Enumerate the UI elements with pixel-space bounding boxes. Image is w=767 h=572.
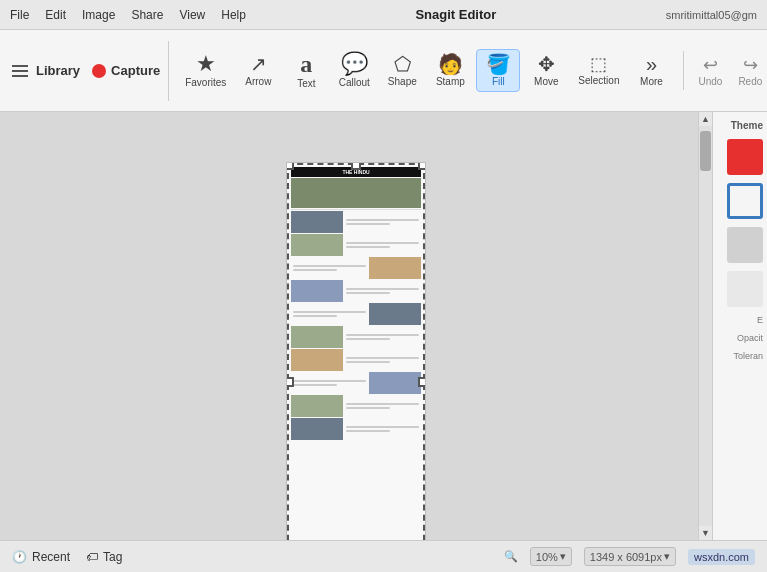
tag-button[interactable]: 🏷 Tag xyxy=(86,550,122,564)
tool-text[interactable]: a Text xyxy=(284,48,328,93)
recent-label: Recent xyxy=(32,550,70,564)
news-lines xyxy=(291,257,368,279)
text-icon: a xyxy=(300,52,312,76)
tool-fill[interactable]: 🪣 Fill xyxy=(476,49,520,92)
news-line xyxy=(346,357,419,359)
news-line xyxy=(346,288,419,290)
news-lines xyxy=(344,234,421,256)
menu-view[interactable]: View xyxy=(179,8,205,22)
favorites-icon: ★ xyxy=(196,53,216,75)
news-lines xyxy=(291,303,368,325)
stamp-label: Stamp xyxy=(436,76,465,87)
news-thumb xyxy=(369,372,421,394)
tool-group: ★ Favorites ↗ Arrow a Text 💬 Callout ⬠ S… xyxy=(179,48,673,93)
more-label: More xyxy=(640,76,663,87)
canvas-area[interactable]: THE HINDU xyxy=(0,112,712,540)
news-lines xyxy=(344,395,421,417)
selection-icon: ⬚ xyxy=(590,55,607,73)
color-swatch-blue[interactable] xyxy=(727,183,763,219)
newspaper-header: THE HINDU xyxy=(291,167,421,177)
redo-icon: ↪ xyxy=(743,54,758,76)
tool-more[interactable]: » More xyxy=(629,50,673,91)
stamp-icon: 🧑 xyxy=(438,54,463,74)
redo-label: Redo xyxy=(738,76,762,87)
menu-help[interactable]: Help xyxy=(221,8,246,22)
wsxdn-badge: wsxdn.com xyxy=(688,549,755,565)
arrow-label: Arrow xyxy=(245,76,271,87)
news-thumb xyxy=(369,303,421,325)
undo-button[interactable]: ↩ Undo xyxy=(692,51,728,90)
vertical-scrollbar[interactable]: ▲ ▼ xyxy=(698,112,712,540)
news-line xyxy=(346,334,419,336)
news-line xyxy=(346,223,390,225)
user-email: smritimittal05@gm xyxy=(666,9,757,21)
library-label[interactable]: Library xyxy=(36,63,80,78)
app-title: Snagit Editor xyxy=(415,7,496,22)
tool-callout[interactable]: 💬 Callout xyxy=(332,49,376,92)
news-lines xyxy=(344,280,421,302)
toolbar: Library Capture ★ Favorites ↗ Arrow a Te… xyxy=(0,30,767,112)
canvas-scroll: THE HINDU xyxy=(0,112,712,540)
capture-label: Capture xyxy=(111,63,160,78)
tool-favorites[interactable]: ★ Favorites xyxy=(179,49,232,92)
scroll-down-arrow[interactable]: ▼ xyxy=(699,526,713,540)
zoom-level: 10% xyxy=(536,551,558,563)
text-label: Text xyxy=(297,78,315,89)
section-label: E xyxy=(717,315,763,325)
fill-label: Fill xyxy=(492,76,505,87)
menu-file[interactable]: File xyxy=(10,8,29,22)
scroll-thumb[interactable] xyxy=(700,131,711,171)
news-thumb xyxy=(369,257,421,279)
newspaper-content: THE HINDU xyxy=(287,163,425,540)
bottom-left: 🕐 Recent 🏷 Tag xyxy=(12,550,122,564)
news-row xyxy=(291,418,421,440)
tolerance-label: Toleran xyxy=(717,351,763,361)
recent-button[interactable]: 🕐 Recent xyxy=(12,550,70,564)
tag-label: Tag xyxy=(103,550,122,564)
color-swatch-red[interactable] xyxy=(727,139,763,175)
tool-stamp[interactable]: 🧑 Stamp xyxy=(428,50,472,91)
main-area: THE HINDU xyxy=(0,112,767,540)
tool-move[interactable]: ✥ Move xyxy=(524,50,568,91)
scroll-track[interactable] xyxy=(699,126,712,526)
shape-label: Shape xyxy=(388,76,417,87)
search-icon[interactable]: 🔍 xyxy=(504,550,518,563)
news-thumb xyxy=(291,326,343,348)
toolbar-left: Library Capture xyxy=(8,41,169,101)
news-row xyxy=(291,349,421,371)
news-lines xyxy=(291,372,368,394)
news-row xyxy=(291,372,421,394)
news-thumb xyxy=(291,234,343,256)
color-swatch-lighter[interactable] xyxy=(727,271,763,307)
news-line xyxy=(346,219,419,221)
news-line xyxy=(346,407,390,409)
news-thumb xyxy=(291,349,343,371)
tool-selection[interactable]: ⬚ Selection xyxy=(572,51,625,90)
redo-button[interactable]: ↪ Redo xyxy=(732,51,767,90)
news-lines xyxy=(344,418,421,440)
menu-image[interactable]: Image xyxy=(82,8,115,22)
right-panel: Theme E Opacit Toleran xyxy=(712,112,767,540)
hamburger-button[interactable] xyxy=(8,61,32,81)
arrow-icon: ↗ xyxy=(250,54,267,74)
news-lines xyxy=(344,349,421,371)
news-line xyxy=(293,384,337,386)
news-line xyxy=(293,315,337,317)
undo-icon: ↩ xyxy=(703,54,718,76)
scroll-up-arrow[interactable]: ▲ xyxy=(699,112,713,126)
news-row xyxy=(291,303,421,325)
menu-share[interactable]: Share xyxy=(131,8,163,22)
capture-button[interactable]: Capture xyxy=(92,63,160,78)
color-swatch-lightgray[interactable] xyxy=(727,227,763,263)
tool-arrow[interactable]: ↗ Arrow xyxy=(236,50,280,91)
tool-shape[interactable]: ⬠ Shape xyxy=(380,50,424,91)
news-lines xyxy=(344,211,421,233)
menu-edit[interactable]: Edit xyxy=(45,8,66,22)
bottom-bar: 🕐 Recent 🏷 Tag 🔍 10% ▾ 1349 x 6091px ▾ w… xyxy=(0,540,767,572)
menu-bar: File Edit Image Share View Help xyxy=(10,8,246,22)
zoom-control[interactable]: 10% ▾ xyxy=(530,547,572,566)
more-icon: » xyxy=(646,54,657,74)
hamburger-line xyxy=(12,75,28,77)
move-label: Move xyxy=(534,76,558,87)
dimensions-control[interactable]: 1349 x 6091px ▾ xyxy=(584,547,676,566)
